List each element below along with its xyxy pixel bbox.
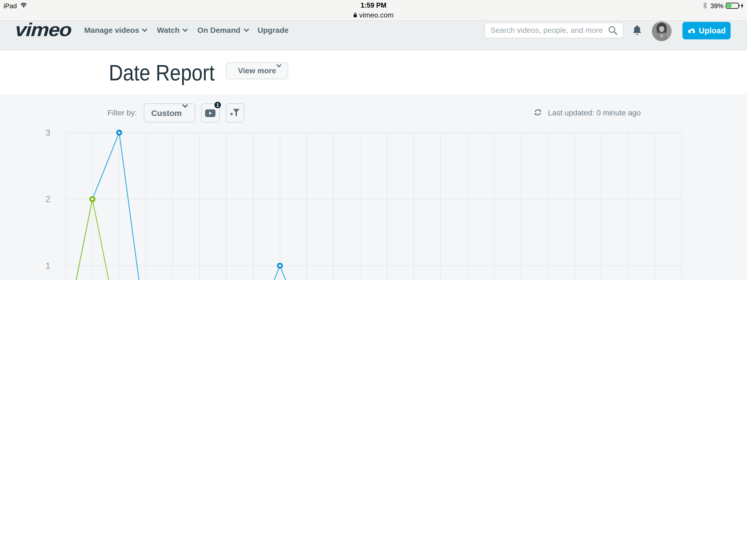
svg-text:3: 3	[45, 127, 50, 137]
svg-text:1: 1	[45, 261, 50, 271]
svg-text:2: 2	[45, 194, 50, 204]
